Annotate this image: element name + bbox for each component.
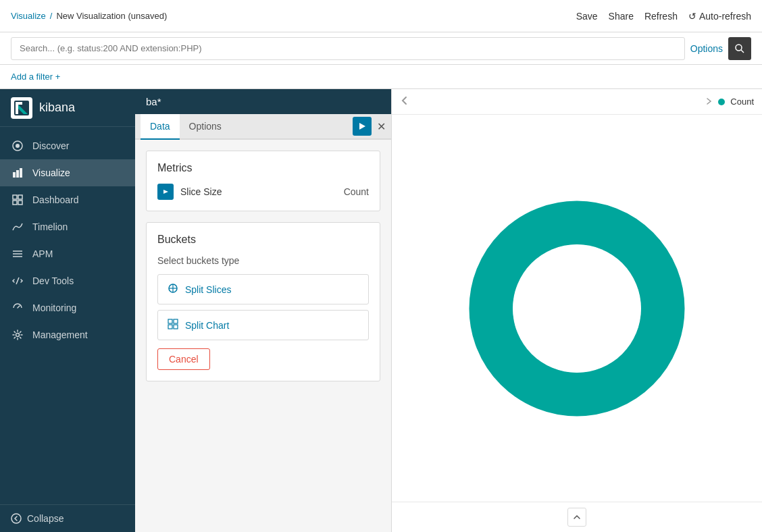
svg-rect-26	[174, 319, 178, 323]
svg-point-30	[513, 244, 641, 373]
legend-count-label: Count	[730, 97, 754, 107]
viz-collapse-left-button[interactable]	[400, 95, 409, 109]
metrics-section: Metrics Slice Size Count	[146, 151, 380, 211]
kibana-svg	[14, 101, 29, 115]
sidebar-item-monitoring[interactable]: Monitoring	[0, 294, 135, 321]
discover-icon	[11, 139, 24, 153]
add-filter-button[interactable]: Add a filter +	[11, 72, 60, 82]
bucket-split-slices-label: Split Slices	[185, 284, 231, 295]
svg-rect-28	[174, 325, 178, 329]
sidebar-item-discover-label: Discover	[32, 140, 69, 151]
split-slices-icon	[168, 283, 178, 296]
bucket-split-chart[interactable]: Split Chart	[157, 310, 369, 340]
sidebar-item-discover[interactable]: Discover	[0, 132, 135, 159]
sidebar-item-dashboard[interactable]: Dashboard	[0, 186, 135, 213]
collapse-button[interactable]: Collapse	[11, 513, 124, 524]
sidebar-nav: Discover Visualize Dashboard Timelion	[0, 127, 135, 504]
devtools-icon	[11, 274, 24, 288]
chevron-left-icon	[400, 96, 409, 105]
tab-options[interactable]: Options	[180, 114, 231, 140]
sidebar: kibana Discover Visualize Dashboard	[0, 89, 135, 532]
breadcrumb-sep: /	[50, 11, 53, 21]
search-button[interactable]	[728, 37, 751, 60]
breadcrumb-visualize-link[interactable]: Visualize	[11, 11, 46, 21]
metric-slice-size-label: Slice Size	[180, 186, 337, 197]
svg-rect-27	[168, 325, 172, 329]
visualize-icon	[11, 166, 24, 180]
bucket-split-chart-label: Split Chart	[185, 320, 229, 331]
cancel-button[interactable]: Cancel	[157, 348, 210, 370]
apm-icon	[11, 247, 24, 261]
sidebar-item-devtools[interactable]: Dev Tools	[0, 267, 135, 294]
refresh-button[interactable]: Refresh	[644, 11, 678, 22]
auto-refresh-icon: ↺	[688, 11, 696, 22]
viz-legend: Count	[705, 97, 754, 107]
close-button[interactable]: ✕	[377, 120, 386, 133]
kibana-logo-icon	[11, 97, 32, 119]
split-chart-icon	[168, 319, 178, 331]
svg-rect-25	[168, 319, 172, 323]
legend-arrow-button[interactable]	[705, 97, 713, 107]
sidebar-item-dashboard-label: Dashboard	[32, 194, 79, 205]
viz-toolbar: Count	[392, 89, 762, 115]
panel-header: ba*	[135, 89, 391, 114]
svg-rect-9	[20, 168, 22, 178]
breadcrumb-current: New Visualization (unsaved)	[56, 11, 167, 21]
legend-color-dot	[718, 99, 725, 105]
metric-expand-button[interactable]	[157, 184, 174, 200]
bucket-split-slices[interactable]: Split Slices	[157, 274, 369, 304]
buckets-section: Buckets Select buckets type Split Slices…	[146, 222, 380, 381]
main-layout: kibana Discover Visualize Dashboard	[0, 89, 762, 532]
viz-area	[392, 115, 762, 502]
sidebar-footer: Collapse	[0, 504, 135, 532]
sidebar-item-visualize[interactable]: Visualize	[0, 159, 135, 186]
panel-tabs: Data Options ✕	[135, 114, 391, 140]
scroll-up-button[interactable]	[567, 508, 586, 527]
sidebar-item-visualize-label: Visualize	[32, 167, 70, 178]
split-slices-svg	[168, 283, 178, 294]
content-panel: ba* Data Options ✕ Metrics Slice Size	[135, 89, 392, 532]
sidebar-item-management-label: Management	[32, 329, 88, 340]
panel-content: Metrics Slice Size Count Buckets Select …	[135, 140, 391, 532]
sidebar-item-devtools-label: Dev Tools	[32, 275, 74, 286]
svg-rect-11	[18, 195, 22, 199]
sidebar-item-management[interactable]: Management	[0, 321, 135, 348]
svg-rect-7	[13, 172, 16, 178]
expand-icon	[162, 188, 169, 195]
save-button[interactable]: Save	[576, 11, 598, 22]
split-chart-svg	[168, 319, 178, 329]
sidebar-brand-label: kibana	[39, 101, 75, 115]
play-icon	[358, 122, 366, 130]
auto-refresh-button[interactable]: ↺ Auto-refresh	[688, 11, 751, 22]
sidebar-item-timelion[interactable]: Timelion	[0, 213, 135, 240]
search-icon	[734, 43, 745, 54]
sidebar-item-apm[interactable]: APM	[0, 240, 135, 267]
share-button[interactable]: Share	[609, 11, 634, 22]
svg-marker-21	[163, 190, 168, 194]
buckets-title: Buckets	[157, 234, 369, 246]
svg-line-17	[16, 277, 19, 284]
top-bar-actions: Save Share Refresh ↺ Auto-refresh	[576, 11, 751, 22]
svg-point-6	[16, 144, 20, 148]
chevron-right-icon	[705, 97, 713, 105]
filter-bar: Add a filter +	[0, 65, 762, 89]
breadcrumb: Visualize / New Visualization (unsaved)	[11, 11, 167, 21]
viz-panel: Count	[392, 89, 762, 532]
monitoring-icon	[11, 301, 24, 315]
management-icon	[11, 328, 24, 342]
top-bar: Visualize / New Visualization (unsaved) …	[0, 0, 762, 32]
buckets-subtitle: Select buckets type	[157, 255, 369, 266]
svg-rect-8	[16, 170, 19, 178]
collapse-label: Collapse	[27, 513, 63, 524]
options-link[interactable]: Options	[690, 43, 723, 54]
auto-refresh-label: Auto-refresh	[699, 11, 751, 22]
metric-row-slice-size: Slice Size Count	[157, 184, 369, 200]
tab-data[interactable]: Data	[141, 114, 180, 140]
dashboard-icon	[11, 193, 24, 207]
chevron-up-icon	[573, 513, 581, 521]
search-input[interactable]	[11, 37, 685, 60]
play-button[interactable]	[353, 117, 372, 136]
svg-rect-13	[18, 201, 22, 205]
viz-bottom	[392, 502, 762, 532]
panel-tab-actions: ✕	[353, 117, 386, 136]
